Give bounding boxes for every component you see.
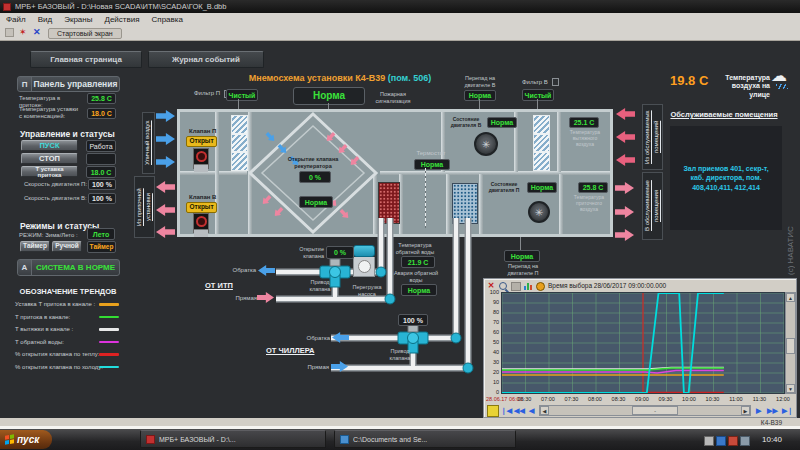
recuperator-status: Норма [299,196,333,208]
timer-button[interactable]: Таймер [20,241,50,252]
hscroll-right-button[interactable]: ▶ [741,406,750,415]
itp-drive-label: Привод клапана [303,279,337,292]
return-water-alarm-status: Норма [401,284,437,296]
taskbar-task-scada[interactable]: МРБ+ БАЗОВЫЙ - D:\... [140,430,326,448]
x-tick-label: 09:00 [631,396,653,402]
chart-zoom-icon[interactable] [498,281,508,291]
connector [537,99,538,109]
tray-icon-2[interactable] [716,436,726,446]
hscroll-left-button[interactable]: ◀ [540,406,549,415]
chiller-supply-label: Прямая [304,364,329,371]
chart-grid-icon[interactable] [511,281,521,291]
menu-help[interactable]: Справка [152,15,183,24]
unit-beam [557,112,561,172]
filter-v-mini-icon [552,78,559,86]
filter-v-label: Фильтр В [522,79,548,86]
connector [479,99,480,109]
chart-clock-icon[interactable] [535,281,545,291]
chart-time-selector-text: Время выбора 28/06/2017 09:00:00.000 [548,282,666,289]
event-log-button[interactable]: Журнал событий [148,51,264,68]
outdoor-temp-value: 19.8 C [670,73,708,88]
jump-start-icon[interactable]: ❘◀ [501,407,512,414]
plot-vscrollbar[interactable]: ▲ ▼ [785,292,796,394]
start-button[interactable]: ПУСК [21,140,78,151]
stop-screen-icon[interactable]: ✕ [33,27,41,38]
from-rooms-arrow [616,154,635,166]
stop-status [86,153,116,165]
menu-screens[interactable]: Экраны [64,15,92,24]
tray-icon-4[interactable] [740,436,750,446]
filter-p-label: Фильтр П [194,90,220,97]
vscroll-thumb[interactable] [786,338,795,354]
window-titlebar[interactable]: МРБ+ БАЗОВЫЙ - D:\Новая SCADA\ИТМ\SCADA\… [0,0,800,13]
menu-actions[interactable]: Действия [104,15,139,24]
recuperator-label: Открытие клапана рекуператора [285,156,341,169]
task-label: C:\Documents and Se... [353,436,427,443]
tray-icon-3[interactable] [728,436,738,446]
legend-item: Т притока в канале: [15,312,119,325]
speed-v-label: Скорость двигателя В: [24,195,87,202]
legend-color-chip [99,316,119,319]
step-fwd-icon[interactable]: ▶ [756,407,761,414]
start-button[interactable]: пуск [0,430,52,449]
panel-letter: П [18,77,32,91]
manual-button[interactable]: Ручной [52,241,82,252]
menu-file[interactable]: Файл [6,15,26,24]
x-tick-label: 12:00 [772,396,794,402]
filter-v-status: Чистый [522,89,554,101]
home-page-button[interactable]: Главная страница [30,51,142,68]
motor-v-label: Состояние двигателя В [448,116,484,128]
trend-plot-area[interactable] [501,292,785,394]
jump-end-icon[interactable]: ▶❘ [782,407,793,414]
y-tick-label: 50 [485,339,499,345]
y-tick-label: 10 [485,379,499,385]
task-icon [340,435,349,444]
return-water-temp-label: Температура обратной воды [386,242,444,255]
scroll-up-button[interactable]: ▲ [786,293,795,302]
motor-v-status: Норма [487,117,517,128]
legend-color-chip [99,303,119,306]
windows-logo-icon [5,434,14,444]
plot-hscrollbar[interactable]: ◀ - ▶ [539,405,751,416]
outdoor-temp-label: Температура воздуха на улице [712,74,770,99]
menu-view[interactable]: Вид [38,15,52,24]
recuperator-value: 0 % [299,171,331,183]
mode-label: РЕЖИМ: Зима/Лето : [19,232,78,239]
app-icon [3,3,11,11]
supply-fan-icon: ✳ [528,201,550,223]
x-tick-label: 09:30 [655,396,677,402]
tray-icon-1[interactable] [704,436,714,446]
return-water-temp-value: 21.9 C [401,256,435,268]
damper-v-status: Открыт [186,202,217,213]
system-status-text: СИСТЕМА В НОРМЕ [32,260,119,275]
y-tick-label: 80 [485,309,499,315]
legend-item-label: Уставка Т притока в канале : [15,301,95,307]
to-rooms-arrow [615,182,634,194]
control-panel-header: П Панель управления [17,76,120,92]
task-icon [146,435,155,444]
thermostat-label: Термостат [411,150,451,157]
chart-report-icon[interactable] [487,405,499,417]
page-back-icon[interactable]: ◀◀ [514,407,525,414]
diff-p-label: Перепад на двигателе П [501,263,545,276]
hscroll-thumb[interactable]: - [632,406,678,415]
mode2-value: Таймер [87,241,116,253]
taskbar-task-explorer[interactable]: C:\Documents and Se... [334,430,516,448]
y-tick-label: 60 [485,329,499,335]
damper-v-label: Клапан В [189,194,216,201]
unit-beam [180,171,247,175]
page-fwd-icon[interactable]: ▶▶ [767,407,778,414]
taskbar-clock: 10:40 [762,435,782,444]
damper-p-actuator-icon [193,148,209,169]
stop-button[interactable]: СТОП [21,153,78,164]
scroll-down-button[interactable]: ▼ [786,384,795,393]
setpoint-button[interactable]: Т уставка притока [21,166,78,177]
diff-p-status: Норма [504,250,540,262]
trend-legend: Уставка Т притока в канале :Т притока в … [15,299,119,375]
toolbar-disabled-icon[interactable] [5,28,14,37]
tab-start-screen[interactable]: Стартовый экран [48,28,122,39]
chart-bars-icon[interactable] [523,281,533,291]
step-back-icon[interactable]: ◀ [529,407,534,414]
legend-color-chip [99,328,119,331]
run-icon[interactable]: ✶ [19,27,27,38]
